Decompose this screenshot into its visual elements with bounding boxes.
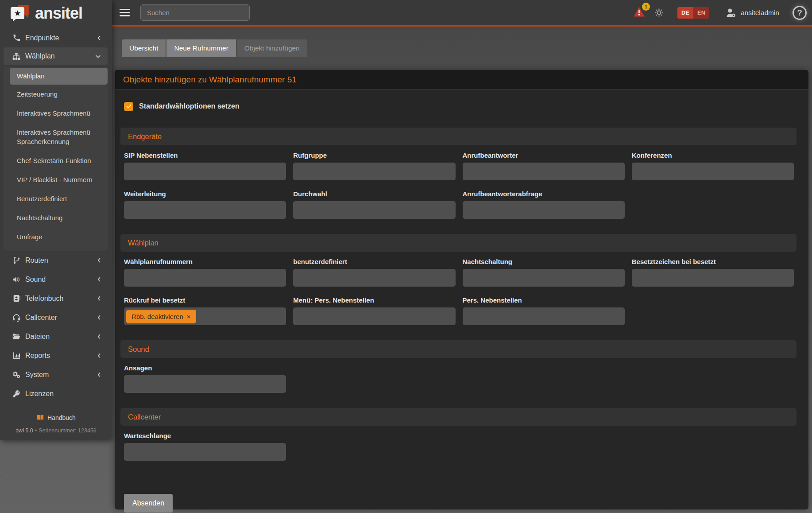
form: Standardwähloptionen setzen EndgeräteSIP… xyxy=(115,90,808,513)
section-title: Wählplan xyxy=(128,239,159,247)
alert-count-badge: 1 xyxy=(642,3,650,11)
sidebar-subitem-benutzerdefiniert[interactable]: Benutzerdefiniert xyxy=(4,189,108,208)
sidebar-item-label: Routen xyxy=(25,256,96,264)
field-w-hlplanrufnummern: Wählplanrufnummern xyxy=(124,258,286,287)
field-benutzerdefiniert: benutzerdefiniert xyxy=(293,258,455,287)
field-input-ansagen[interactable] xyxy=(124,375,286,393)
sidebar-item-system[interactable]: System xyxy=(0,365,112,384)
field-label: Ansagen xyxy=(124,364,286,372)
field-input-benutzerdefiniert[interactable] xyxy=(293,269,455,287)
chevron-left-icon xyxy=(96,334,102,340)
panel-header: Objekte hinzufügen zu Wählplanrufnummer … xyxy=(115,70,808,90)
sidebar-item-label: Lizenzen xyxy=(25,390,102,398)
field-label: SIP Nebenstellen xyxy=(124,152,286,159)
field-input-nachtschaltung[interactable] xyxy=(463,269,625,287)
checkbox-label: Standardwähloptionen setzen xyxy=(139,102,240,110)
selected-option-chip[interactable]: Rbb. deaktivieren× xyxy=(126,310,196,323)
section-header-w-hlplan: Wählplan xyxy=(120,234,797,252)
sidebar-group-label: Wählplan xyxy=(25,52,95,60)
sidebar-nav: EndpunkteWählplanWählplanZeitsteuerungIn… xyxy=(0,27,112,403)
field-input-men-pers-nebenstellen[interactable] xyxy=(293,307,455,325)
field-input-w-hlplanrufnummern[interactable] xyxy=(124,269,286,287)
field-label: Durchwahl xyxy=(293,190,455,198)
field-row: WählplanrufnummernbenutzerdefiniertNacht… xyxy=(124,258,794,287)
sidebar-subitem-zeitsteuerung[interactable]: Zeitsteuerung xyxy=(4,85,108,104)
field-input-r-ckruf-bei-besetzt[interactable]: Rbb. deaktivieren× xyxy=(124,307,286,325)
section-header-callcenter: Callcenter xyxy=(120,408,797,426)
search-input[interactable] xyxy=(140,4,250,21)
brand-name: ansitel xyxy=(35,4,82,23)
sidebar-item-sound[interactable]: Sound xyxy=(0,270,112,289)
sidebar-item-label: System xyxy=(25,371,96,379)
sidebar-item-lizenzen[interactable]: Lizenzen xyxy=(0,384,112,403)
field-label: Rückruf bei besetzt xyxy=(124,296,286,304)
field-input-anrufbeantworterabfrage[interactable] xyxy=(463,201,625,219)
field-row: Rückruf bei besetztRbb. deaktivieren×Men… xyxy=(124,296,794,325)
sidebar-group-w-hlplan[interactable]: Wählplan xyxy=(4,47,108,65)
chip-remove-icon[interactable]: × xyxy=(187,313,191,320)
gear-icon[interactable] xyxy=(654,8,664,18)
section-header-endger-te: Endgeräte xyxy=(120,128,797,145)
field-label: Konferenzen xyxy=(632,152,794,159)
field-label: Menü: Pers. Nebenstellen xyxy=(293,296,455,304)
lang-de-button[interactable]: DE xyxy=(677,7,693,19)
help-icon[interactable]: ? xyxy=(793,6,807,20)
field-input-anrufbeantworter[interactable] xyxy=(463,163,625,180)
default-options-checkbox[interactable] xyxy=(124,102,133,111)
alerts-button[interactable]: 1 xyxy=(633,6,645,19)
menu-toggle-icon[interactable] xyxy=(120,9,130,16)
sidebar-item-callcenter[interactable]: Callcenter xyxy=(0,308,112,327)
field-input-besetztzeichen-bei-besetzt[interactable] xyxy=(632,269,794,287)
brand-logo[interactable]: ★ ansitel xyxy=(0,0,112,27)
tab-neue-rufnummer[interactable]: Neue Rufnummer xyxy=(166,39,236,57)
sidebar-item-reports[interactable]: Reports xyxy=(0,346,112,365)
sidebar-item-label: Reports xyxy=(25,352,96,360)
sidebar-item-dateien[interactable]: Dateien xyxy=(0,327,112,346)
sidebar-subitem-chef-sekret-rin-funktion[interactable]: Chef-Sekretärin-Funktion xyxy=(4,151,108,170)
field-ansagen: Ansagen xyxy=(124,364,286,393)
lang-en-button[interactable]: EN xyxy=(693,7,709,19)
field-input-sip-nebenstellen[interactable] xyxy=(124,163,286,180)
sidebar-item-label: Callcenter xyxy=(25,314,96,322)
field-row: SIP NebenstellenRufgruppeAnrufbeantworte… xyxy=(124,152,794,180)
sidebar-subitem-interaktives-sprachmen-spracherkennung[interactable]: Interaktives Sprachmenü Spracherkennung xyxy=(4,123,108,151)
user-icon xyxy=(725,7,737,19)
version-info: awi 5.0•Seriennummer: 123456 xyxy=(0,428,112,434)
sidebar-subitem-nachtschaltung[interactable]: Nachtschaltung xyxy=(4,208,108,227)
user-menu[interactable]: ansiteladmin xyxy=(725,7,779,19)
field-men-pers-nebenstellen: Menü: Pers. Nebenstellen xyxy=(293,296,455,325)
sidebar-subitem-w-hlplan[interactable]: Wählplan xyxy=(10,68,108,85)
tab-objekt-hinzuf-gen[interactable]: Objekt hinzufügen xyxy=(237,39,307,57)
tab-bersicht[interactable]: Übersicht xyxy=(122,39,166,57)
chevron-left-icon xyxy=(96,276,102,283)
star-icon: ★ xyxy=(11,7,24,19)
sidebar-subitem-vip-blacklist-nummern[interactable]: VIP / Blacklist - Nummern xyxy=(4,170,108,189)
sidebar-item-routen[interactable]: Routen xyxy=(0,251,112,270)
sidebar-subitem-umfrage[interactable]: Umfrage xyxy=(4,227,108,246)
volume-icon xyxy=(12,275,21,284)
brand-icon: ★ xyxy=(11,4,30,22)
field-input-rufgruppe[interactable] xyxy=(293,163,455,180)
language-switcher: DE EN xyxy=(677,7,709,19)
field-input-pers-nebenstellen[interactable] xyxy=(463,307,625,325)
field-anrufbeantworter: Anrufbeantworter xyxy=(463,152,625,180)
sidebar-item-telefonbuch[interactable]: Telefonbuch xyxy=(0,289,112,308)
field-r-ckruf-bei-besetzt: Rückruf bei besetztRbb. deaktivieren× xyxy=(124,296,286,325)
field-input-durchwahl[interactable] xyxy=(293,201,455,219)
field-pers-nebenstellen: Pers. Nebenstellen xyxy=(463,296,625,325)
manual-link[interactable]: Handbuch xyxy=(36,414,76,422)
field-warteschlange: Warteschlange xyxy=(124,432,286,461)
section-w-hlplan: WählplanWählplanrufnummernbenutzerdefini… xyxy=(124,234,794,325)
manual-label: Handbuch xyxy=(47,414,76,421)
sidebar-item-endpunkte[interactable]: Endpunkte xyxy=(0,28,112,47)
section-title: Callcenter xyxy=(128,413,161,421)
field-input-warteschlange[interactable] xyxy=(124,443,286,461)
submit-button[interactable]: Absenden xyxy=(124,494,173,513)
field-input-weiterleitung[interactable] xyxy=(124,201,286,219)
sidebar-subitem-interaktives-sprachmen[interactable]: Interaktives Sprachmenü xyxy=(4,104,108,123)
field-input-konferenzen[interactable] xyxy=(632,163,794,180)
field-durchwahl: Durchwahl xyxy=(293,190,455,219)
topbar: 1 DE EN ansiteladmin ? xyxy=(0,0,812,27)
field-label: Warteschlange xyxy=(124,432,286,440)
field-row: WeiterleitungDurchwahlAnrufbeantworterab… xyxy=(124,190,794,219)
